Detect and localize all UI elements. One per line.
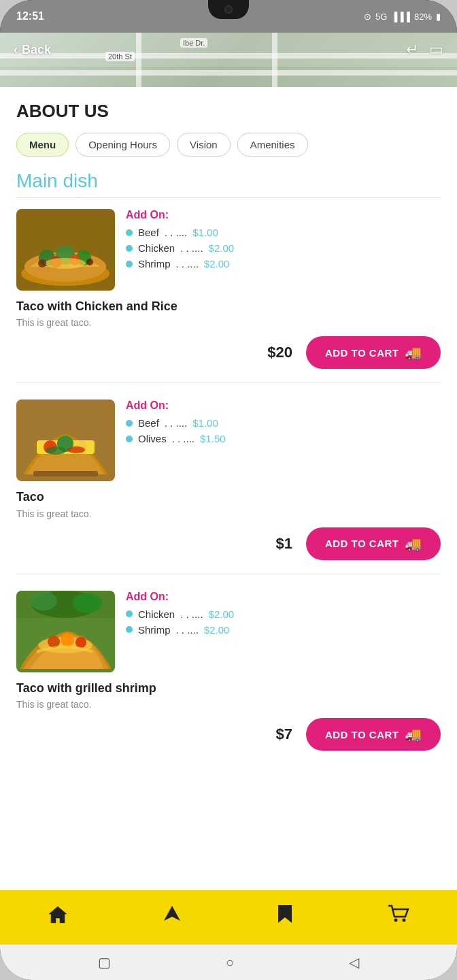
section-title: Main dish	[16, 170, 441, 192]
add-to-cart-label-1: ADD TO CART	[325, 347, 399, 359]
nav-navigate[interactable]	[163, 904, 182, 928]
addon-dots: . . ....	[172, 433, 194, 444]
home-icon	[48, 904, 68, 928]
addon-dot	[126, 245, 133, 252]
svg-point-22	[61, 633, 74, 647]
addon-dots: . . ....	[165, 227, 187, 238]
menu-name-3: Taco with grilled shrimp	[16, 681, 441, 696]
cart-icon	[388, 904, 409, 928]
main-content: ABOUT US Menu Opening Hours Vision Ameni…	[0, 87, 457, 890]
signal-icon: ▐▐▐	[391, 12, 410, 22]
section-divider	[16, 197, 441, 198]
menu-price-3: $7	[275, 725, 292, 743]
nav-home[interactable]	[48, 904, 68, 928]
addon-list-3: Chicken . . .... $2.00 Shrimp . . .... $…	[126, 608, 441, 636]
tab-menu[interactable]: Menu	[16, 133, 69, 157]
addon-item-1-1: Beef . . .... $1.00	[126, 227, 441, 238]
addon-item-2-2: Olives . . .... $1.50	[126, 433, 441, 444]
addon-item-2-1: Beef . . .... $1.00	[126, 417, 441, 429]
menu-info-3: Taco with grilled shrimp This is great t…	[16, 681, 441, 710]
menu-bottom-2: $1 ADD TO CART 🚚	[16, 527, 441, 560]
tab-opening-hours[interactable]: Opening Hours	[75, 133, 170, 157]
battery-label: 82%	[414, 12, 432, 22]
addon-name: Olives	[138, 433, 167, 444]
back-label: Back	[22, 43, 51, 57]
addon-price: $1.00	[192, 227, 218, 238]
addon-list-2: Beef . . .... $1.00 Olives . . .... $1.5…	[126, 417, 441, 444]
bottom-nav	[0, 890, 457, 945]
svg-rect-18	[33, 471, 98, 476]
addon-dots: . . ....	[180, 242, 203, 254]
camera-dot	[224, 5, 233, 14]
menu-right-3: Add On: Chicken . . .... $2.00 Shrimp . …	[126, 591, 441, 672]
addon-dot	[126, 261, 133, 267]
tab-amenities[interactable]: Amenities	[237, 133, 308, 157]
food-svg-1	[16, 209, 115, 291]
add-to-cart-label-3: ADD TO CART	[325, 729, 399, 740]
menu-price-2: $1	[275, 535, 292, 553]
svg-point-10	[86, 259, 93, 265]
android-recent-button[interactable]: ◁	[349, 954, 359, 970]
menu-top-3: Add On: Chicken . . .... $2.00 Shrimp . …	[16, 591, 441, 672]
svg-point-9	[38, 259, 46, 267]
add-to-cart-button-1[interactable]: ADD TO CART 🚚	[306, 336, 441, 369]
share-icon[interactable]: ↵	[406, 41, 418, 59]
addon-name: Shrimp	[138, 258, 171, 270]
food-svg-2	[16, 399, 115, 481]
addon-dots: . . ....	[180, 608, 203, 620]
nav-cart[interactable]	[388, 904, 409, 928]
addon-item-3-2: Shrimp . . .... $2.00	[126, 624, 441, 636]
status-time: 12:51	[16, 10, 44, 22]
addon-item-1-2: Chicken . . .... $2.00	[126, 242, 441, 254]
svg-point-29	[394, 918, 398, 921]
menu-bottom-1: $20 ADD TO CART 🚚	[16, 336, 441, 369]
android-back-button[interactable]: ▢	[98, 954, 111, 970]
food-svg-3	[16, 591, 115, 672]
menu-right-2: Add On: Beef . . .... $1.00 Olives . . .…	[126, 399, 441, 481]
addon-dot	[126, 610, 133, 617]
back-button[interactable]: ‹ Back	[14, 43, 51, 57]
menu-image-3	[16, 591, 115, 672]
menu-desc-3: This is great taco.	[16, 699, 441, 710]
svg-point-16	[46, 446, 66, 455]
android-home-button[interactable]: ○	[226, 955, 234, 970]
addon-name: Chicken	[138, 242, 175, 254]
network-label: 5G	[375, 12, 387, 22]
menu-item-2: Add On: Beef . . .... $1.00 Olives . . .…	[16, 399, 441, 574]
bookmark-icon[interactable]: ▭	[429, 41, 443, 59]
menu-bottom-3: $7 ADD TO CART 🚚	[16, 718, 441, 751]
tab-vision[interactable]: Vision	[177, 133, 231, 157]
menu-desc-2: This is great taco.	[16, 508, 441, 519]
svg-point-8	[45, 258, 86, 269]
tabs-container: Menu Opening Hours Vision Amenities	[16, 133, 441, 157]
addon-price: $2.00	[209, 242, 235, 254]
svg-marker-28	[164, 906, 180, 921]
add-to-cart-button-2[interactable]: ADD TO CART 🚚	[306, 527, 441, 560]
truck-icon-2: 🚚	[405, 536, 422, 552]
svg-point-23	[75, 637, 86, 648]
svg-point-30	[403, 918, 406, 921]
nav-bookmark[interactable]	[277, 904, 293, 929]
menu-item-3: Add On: Chicken . . .... $2.00 Shrimp . …	[16, 591, 441, 764]
menu-right-1: Add On: Beef . . .... $1.00 Chicken . . …	[126, 209, 441, 291]
page-title: ABOUT US	[16, 101, 441, 122]
bookmark-nav-icon	[277, 904, 293, 929]
menu-top-1: Add On: Beef . . .... $1.00 Chicken . . …	[16, 209, 441, 291]
status-icons: ⊙ 5G ▐▐▐ 82% ▮	[364, 12, 441, 22]
addon-price: $2.00	[204, 258, 230, 270]
svg-point-17	[67, 446, 85, 453]
top-bar: ‹ Back ↵ ▭	[0, 33, 457, 67]
camera-notch	[208, 0, 249, 19]
addon-dot	[126, 229, 133, 236]
addon-price: $2.00	[204, 624, 230, 636]
top-actions: ↵ ▭	[406, 41, 443, 59]
menu-image-1	[16, 209, 115, 291]
add-to-cart-button-3[interactable]: ADD TO CART 🚚	[306, 718, 441, 751]
addon-label-2: Add On:	[126, 399, 441, 412]
menu-top-2: Add On: Beef . . .... $1.00 Olives . . .…	[16, 399, 441, 481]
addon-dot	[126, 420, 133, 427]
back-chevron-icon: ‹	[14, 43, 18, 57]
menu-name-2: Taco	[16, 489, 441, 505]
addon-price: $2.00	[209, 608, 235, 620]
battery-icon: ▮	[436, 12, 441, 22]
